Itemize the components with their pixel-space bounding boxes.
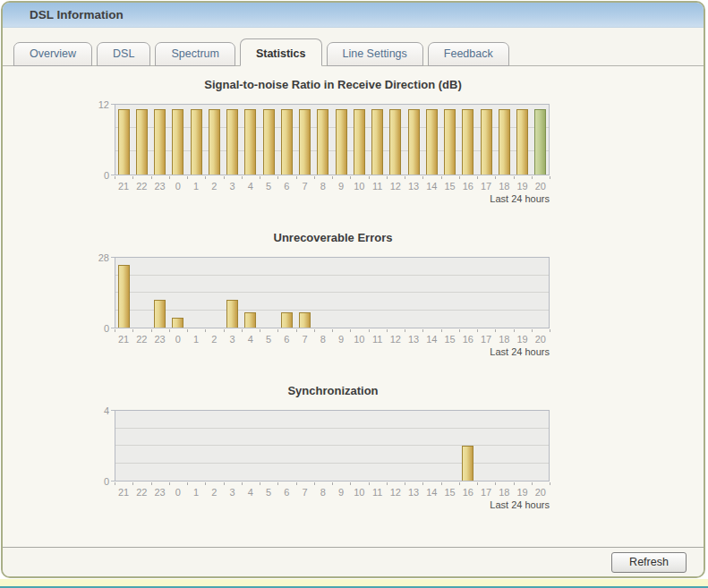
x-axis-label: 7 bbox=[296, 181, 314, 192]
x-axis-tick bbox=[369, 176, 370, 179]
bar-hour-6 bbox=[281, 109, 293, 175]
bar-hour-19 bbox=[516, 109, 528, 175]
page-title: DSL Information bbox=[30, 8, 124, 21]
chart-body: 4 0 Last 24 hours 2122230123456789101112… bbox=[115, 410, 551, 510]
bar-hour-2 bbox=[209, 109, 220, 175]
x-axis-tick bbox=[350, 176, 351, 179]
x-axis-tick bbox=[422, 329, 423, 332]
chart-plot bbox=[115, 257, 550, 328]
x-axis-tick bbox=[350, 482, 351, 485]
x-axis-tick bbox=[441, 176, 442, 179]
x-axis-tick bbox=[495, 329, 496, 332]
x-axis-label: 13 bbox=[405, 181, 422, 192]
chart-plot bbox=[115, 410, 550, 481]
x-axis-label: 4 bbox=[242, 487, 260, 498]
bar-hour-17 bbox=[481, 109, 492, 175]
x-axis-tick bbox=[532, 482, 533, 485]
x-axis-tick bbox=[296, 329, 297, 332]
tab-statistics[interactable]: Statistics bbox=[240, 38, 322, 66]
x-axis-tick bbox=[314, 176, 315, 179]
x-axis-tick bbox=[441, 329, 442, 332]
bar-hour-9 bbox=[336, 109, 347, 175]
bar-hour-15 bbox=[444, 109, 456, 175]
x-axis-tick bbox=[495, 482, 496, 485]
bar-hour-0 bbox=[172, 109, 183, 175]
y-axis-min-label: 0 bbox=[81, 476, 109, 487]
bar-hour-1 bbox=[191, 109, 202, 175]
bar-hour-11 bbox=[371, 109, 383, 175]
x-axis-tick bbox=[242, 176, 243, 179]
x-axis-tick bbox=[151, 329, 152, 332]
bar-hour-3 bbox=[226, 109, 238, 175]
x-axis-tick bbox=[187, 329, 188, 332]
x-axis-tick bbox=[405, 176, 405, 179]
x-axis-label: 2 bbox=[205, 334, 223, 345]
y-axis-max-label: 28 bbox=[81, 252, 109, 263]
x-axis-label: 9 bbox=[332, 181, 350, 192]
x-axis-label: 12 bbox=[387, 181, 405, 192]
x-axis-tick bbox=[459, 329, 460, 332]
x-axis-label: 2 bbox=[205, 487, 223, 498]
chart-title: Synchronization bbox=[115, 384, 551, 397]
tab-line-settings[interactable]: Line Settings bbox=[327, 42, 423, 66]
y-axis-max-label: 12 bbox=[81, 99, 109, 110]
tab-overview[interactable]: Overview bbox=[13, 42, 92, 66]
x-axis-tick bbox=[296, 176, 297, 179]
x-axis-label: 1 bbox=[187, 181, 205, 192]
x-axis-tick bbox=[332, 176, 333, 179]
chart-title: Signal-to-noise Ratio in Receive Directi… bbox=[115, 78, 551, 91]
bar-hour-7 bbox=[299, 312, 311, 328]
x-axis-label: 17 bbox=[477, 487, 495, 498]
x-axis-tick bbox=[459, 482, 460, 485]
x-axis-label: 8 bbox=[314, 181, 332, 192]
x-axis-tick bbox=[459, 176, 460, 179]
bar-hour-23 bbox=[154, 300, 166, 328]
x-axis-label: 3 bbox=[224, 181, 242, 192]
x-axis-label: 5 bbox=[260, 487, 277, 498]
x-axis-tick bbox=[151, 176, 152, 179]
chart-plot bbox=[115, 104, 550, 175]
x-axis-label: 15 bbox=[441, 181, 459, 192]
x-axis-label: 22 bbox=[132, 334, 150, 345]
x-axis-label: 0 bbox=[169, 487, 187, 498]
tab-feedback[interactable]: Feedback bbox=[428, 42, 509, 66]
chart-body: 28 0 Last 24 hours 212223012345678910111… bbox=[115, 257, 551, 357]
bar-hour-10 bbox=[354, 109, 365, 175]
bar-hour-13 bbox=[408, 109, 420, 175]
x-axis-tick bbox=[514, 482, 515, 485]
x-axis-tick bbox=[514, 329, 515, 332]
x-axis-label: 10 bbox=[350, 181, 368, 192]
chart-body: 12 0 Last 24 hours 212223012345678910111… bbox=[115, 104, 551, 204]
x-axis-tick bbox=[532, 176, 533, 179]
x-axis-label: 8 bbox=[314, 334, 332, 345]
tab-dsl[interactable]: DSL bbox=[97, 42, 150, 66]
chart-caption: Last 24 hours bbox=[490, 193, 550, 204]
x-axis-label: 7 bbox=[296, 334, 314, 345]
x-axis-tick bbox=[260, 482, 260, 485]
x-axis-label: 3 bbox=[224, 487, 242, 498]
x-axis-tick bbox=[550, 482, 550, 485]
x-axis-tick bbox=[405, 329, 405, 332]
chart-caption: Last 24 hours bbox=[490, 499, 550, 510]
x-axis-tick bbox=[314, 482, 315, 485]
tab-spectrum[interactable]: Spectrum bbox=[155, 42, 235, 66]
x-axis-label: 4 bbox=[242, 181, 260, 192]
x-axis-label: 1 bbox=[187, 334, 205, 345]
footer-bar: Refresh bbox=[3, 547, 704, 576]
x-axis-tick bbox=[387, 176, 388, 179]
x-axis-tick bbox=[169, 482, 170, 485]
x-axis-label: 18 bbox=[495, 181, 513, 192]
x-axis-tick bbox=[477, 482, 478, 485]
x-axis-tick bbox=[260, 329, 260, 332]
bar-hour-3 bbox=[226, 300, 238, 328]
x-axis-tick bbox=[115, 482, 115, 485]
x-axis-label: 14 bbox=[422, 334, 440, 345]
x-axis-label: 21 bbox=[115, 487, 132, 498]
chart-synchronization: Synchronization 4 0 Last 24 hours 212223… bbox=[115, 384, 551, 510]
refresh-button[interactable]: Refresh bbox=[611, 552, 687, 573]
x-axis-label: 0 bbox=[169, 334, 187, 345]
x-axis-tick bbox=[224, 176, 225, 179]
x-axis-label: 20 bbox=[532, 181, 550, 192]
x-axis-tick bbox=[132, 482, 133, 485]
x-axis-tick bbox=[169, 329, 170, 332]
